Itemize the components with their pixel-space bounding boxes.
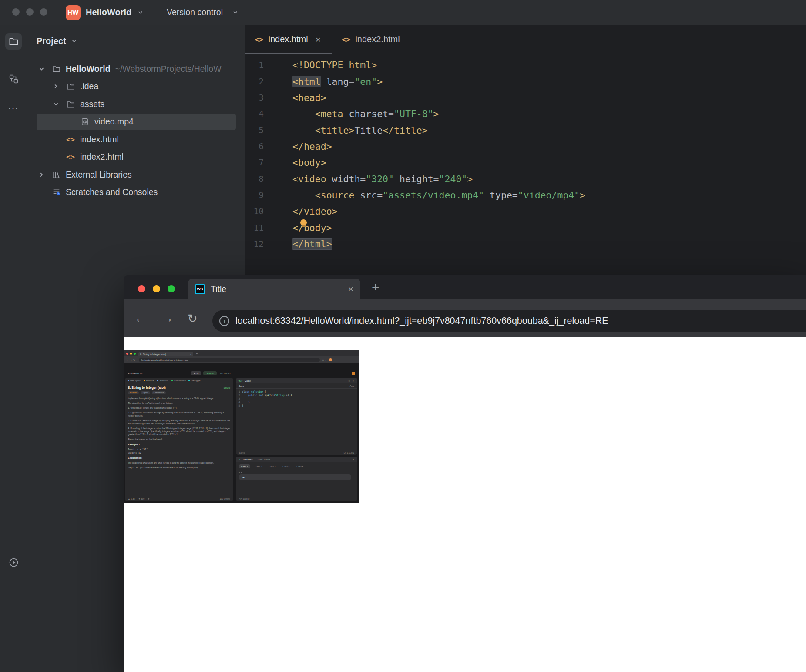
html-file-icon: <>	[66, 153, 80, 161]
code-text: <head>	[292, 92, 326, 103]
likes-count: ▲ 5.3K	[128, 497, 135, 500]
tree-item-external-libraries[interactable]: External Libraries	[27, 166, 245, 184]
video-mac-titlebar: 8. String to Integer (atoi)× +	[124, 350, 359, 356]
scratch-file-icon	[52, 188, 65, 197]
more-tools-button[interactable]: ⋯	[5, 100, 22, 116]
minimize-window-button[interactable]	[153, 285, 160, 292]
check-icon: ✓	[238, 458, 241, 461]
tree-item-label: video.mp4	[94, 117, 134, 127]
tree-item-scratches-and-consoles[interactable]: Scratches and Consoles	[27, 184, 245, 202]
line-number: 4	[245, 109, 292, 119]
browser-window: WS Title × + ← → ↻ i localhost:63342/Hel…	[124, 275, 806, 672]
code-line-5: 5 <title>Title</title>	[245, 122, 806, 138]
project-panel-header[interactable]: Project	[37, 36, 78, 46]
chevron-right-icon[interactable]	[37, 171, 52, 179]
code-text: <source src="assets/video.mp4" type="vid…	[292, 190, 585, 201]
problem-footer: ▲ 5.3K ▼ 600 ★ 199 Online	[125, 496, 233, 501]
thumb-code-line-3: 3	[236, 397, 357, 400]
url-text: localhost:63342/HelloWorld/index.html?_i…	[235, 316, 608, 326]
code-icon: </>	[238, 380, 243, 382]
video-new-tab: +	[196, 352, 198, 356]
problem-body: Implement the myAtoi(string s) function,…	[125, 396, 233, 469]
project-badge: HW	[66, 5, 81, 20]
browser-tab[interactable]: WS Title ×	[188, 279, 360, 299]
services-tool-button[interactable]	[5, 554, 22, 571]
tree-item-assets[interactable]: assets	[27, 95, 245, 113]
problem-paragraph: 4. Rounding: If the integer is out of th…	[128, 427, 230, 436]
star-icon: ★	[148, 497, 149, 500]
project-tool-button[interactable]	[5, 33, 22, 50]
chevron-down-icon[interactable]	[52, 100, 66, 108]
explanation-line: Step 1: "42" (no characters read because…	[128, 466, 230, 469]
code-line-10: 10</video>	[245, 203, 806, 219]
editor-tab-label: index2.html	[355, 34, 400, 44]
tree-item-path: ~/WebstormProjects/HelloW	[115, 64, 222, 74]
line-number: 10	[245, 206, 292, 216]
tree-item-helloworld[interactable]: HelloWorld~/WebstormProjects/HelloW	[27, 60, 245, 78]
vcs-widget[interactable]: Version control	[167, 3, 239, 21]
line-number: 8	[245, 174, 292, 184]
maximize-window-button[interactable]	[40, 8, 47, 16]
run-button: Run	[191, 371, 201, 375]
back-button[interactable]: ←	[134, 299, 146, 337]
thumb-code-line-4: 4 }	[236, 400, 357, 404]
project-tree: HelloWorld~/WebstormProjects/HelloW.idea…	[27, 60, 245, 201]
editor-tab-index-html[interactable]: <>index.html×	[245, 25, 332, 54]
ide-titlebar: HW HelloWorld Version control	[0, 0, 806, 25]
video-browser-tab: 8. String to Integer (atoi)×	[138, 352, 193, 356]
tab-close-icon[interactable]: ×	[348, 284, 353, 294]
code-line-2: 2<html lang="en">	[245, 73, 806, 89]
tab-close-icon[interactable]: ×	[316, 34, 321, 45]
code-line-1: 1<!DOCTYPE html>	[245, 57, 806, 73]
maximize-window-button[interactable]	[168, 285, 175, 292]
video-window-dots	[126, 353, 136, 355]
editor-tab-index2-html[interactable]: <>index2.html	[332, 25, 411, 54]
tree-item-index2-html[interactable]: <>index2.html	[27, 148, 245, 166]
example-label: Example 1:	[128, 443, 230, 446]
structure-tool-button[interactable]	[5, 71, 22, 87]
code-text: <meta charset="UTF-8">	[292, 108, 439, 119]
chevron-down-icon	[137, 9, 144, 16]
case-chip-3: Case 3	[267, 464, 278, 468]
testcase-tab: Testcase	[242, 458, 253, 461]
structure-icon	[8, 74, 19, 84]
case-chip-5: Case 5	[294, 464, 306, 468]
chevron-right-icon[interactable]	[52, 82, 66, 91]
video-profile-avatar	[329, 358, 332, 361]
tree-item-label: Scratches and Consoles	[66, 187, 158, 197]
site-info-icon[interactable]: i	[219, 316, 229, 326]
case-chip-2: Case 2	[253, 464, 264, 468]
description-panel: DescriptionEditorialSolutionsSubmissions…	[125, 378, 233, 501]
problem-paragraph: 2. Signedness: Determine the sign by che…	[128, 411, 230, 417]
line-number: 7	[245, 158, 292, 168]
html-file-icon: <>	[255, 35, 263, 44]
line-number: 6	[245, 141, 292, 151]
close-window-button[interactable]	[12, 8, 20, 16]
test-result-tab: Test Result	[257, 458, 270, 461]
project-name: HelloWorld	[86, 7, 131, 17]
project-switcher[interactable]: HW HelloWorld	[66, 3, 144, 21]
thumb-code-line-1: 1class Solution {	[236, 390, 357, 393]
library-file-icon	[52, 170, 65, 179]
tree-item-video-mp4[interactable]: video.mp4	[27, 113, 245, 131]
tree-item-index-html[interactable]: <>index.html	[27, 131, 245, 148]
tree-item-idea[interactable]: .idea	[27, 78, 245, 96]
video-player[interactable]: 8. String to Integer (atoi)× + ←→↻ leetc…	[124, 350, 359, 503]
forward-button[interactable]: →	[161, 299, 173, 337]
chevron-down-icon[interactable]	[37, 65, 52, 73]
submit-button: Submit	[203, 371, 217, 375]
address-bar[interactable]: i localhost:63342/HelloWorld/index.html?…	[212, 310, 806, 332]
new-tab-button[interactable]: +	[372, 280, 379, 295]
code-lines: 1class Solution {2 public int myAtoi(Str…	[236, 389, 357, 407]
description-tabs: DescriptionEditorialSolutionsSubmissions…	[125, 378, 233, 383]
close-window-button[interactable]	[138, 285, 145, 292]
testcase-input: "42"	[239, 474, 351, 480]
badge-topics: Topics	[141, 391, 150, 394]
video-nav-icons: ←→↻	[126, 358, 136, 361]
minimize-window-button[interactable]	[26, 8, 34, 16]
reload-button[interactable]: ↻	[188, 299, 198, 337]
saved-label: Saved	[239, 451, 245, 454]
line-number: 3	[245, 93, 292, 103]
code-panel-title: Code	[245, 380, 251, 382]
intention-bulb-icon[interactable]	[299, 219, 308, 228]
